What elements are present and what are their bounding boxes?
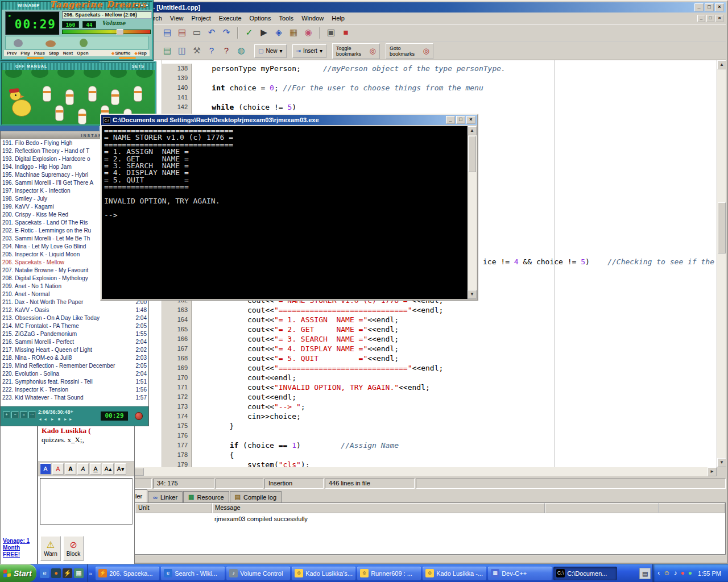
repeat-button[interactable]: ◆Rep: [134, 51, 147, 56]
editor-horizontal-scrollbar[interactable]: ◄ ►: [102, 467, 717, 476]
taskbar-task-7[interactable]: C:\C:\Documen...: [553, 567, 617, 580]
menu-tools[interactable]: Tools: [275, 13, 297, 23]
devcpp-titlebar[interactable]: rjmexam03 - [Untitled1.cpp] _ □ ×: [102, 2, 726, 13]
scroll-right-button[interactable]: ►: [708, 467, 717, 476]
run-icon[interactable]: ▶: [258, 27, 270, 39]
font-size-up-button[interactable]: A▴: [102, 463, 114, 475]
close-button[interactable]: [146, 4, 148, 7]
minimize-button[interactable]: _: [446, 116, 455, 124]
winamp-titlebar[interactable]: WINAMP Tangerine Dreams: [2, 2, 152, 10]
playlist-track[interactable]: 221. Symphonius feat. Rossini - Tell1:51: [1, 378, 148, 386]
taskbar-task-1[interactable]: eSearch - Wiki...: [161, 567, 225, 580]
internet-explorer-icon[interactable]: e: [40, 568, 49, 578]
equalizer-toggle-button[interactable]: [27, 57, 44, 59]
save-icon[interactable]: ▤: [161, 27, 173, 39]
volume-slider-thumb[interactable]: [117, 29, 123, 35]
debug-icon[interactable]: ◉: [302, 27, 315, 39]
show-desktop-icon[interactable]: ▦: [74, 568, 84, 578]
playlist-track[interactable]: 223. Kid Whatever - That Sound1:57: [1, 394, 148, 402]
menu-project[interactable]: Project: [188, 13, 215, 23]
volume-tray-icon[interactable]: ♪: [674, 564, 677, 582]
minimize-button[interactable]: [135, 4, 138, 7]
scroll-up-button[interactable]: ▲: [468, 126, 477, 135]
menu-window[interactable]: Window: [297, 13, 328, 23]
playlist-knob-button[interactable]: [135, 412, 143, 420]
taskbar-task-5[interactable]: ☺Kado Lusikka -...: [423, 567, 486, 580]
hide-icons-chevron[interactable]: ‹: [657, 564, 660, 582]
taskbar-task-0[interactable]: ⚡206. Spaceka...: [96, 567, 159, 580]
shuffle-button[interactable]: ◆Shuffle: [111, 51, 131, 56]
project-report-icon[interactable]: ▤: [161, 45, 173, 57]
scroll-down-button[interactable]: ▼: [468, 290, 477, 299]
webupdate-icon[interactable]: ◍: [235, 45, 247, 57]
scroll-down-button[interactable]: ▼: [717, 458, 726, 467]
italic-button[interactable]: A: [77, 463, 89, 475]
transport-paus-button[interactable]: Paus: [34, 51, 45, 56]
playlist-track[interactable]: 213. Obsession - On A Day Like Today2:04: [1, 314, 148, 322]
transport-prev-button[interactable]: Prev: [7, 51, 16, 56]
taskbar-task-6[interactable]: ▦Dev-C++: [488, 567, 552, 580]
aim-tray-icon[interactable]: ☺: [663, 564, 670, 582]
grid-column-header[interactable]: Message: [212, 503, 545, 513]
message-input[interactable]: [40, 478, 133, 525]
playlist-track[interactable]: 219. Mind Reflection - Remember December…: [1, 362, 148, 370]
close-button[interactable]: ×: [715, 3, 724, 11]
tab-compile-log[interactable]: ▤Compile log: [230, 491, 282, 502]
program-reset-icon[interactable]: ■: [340, 27, 352, 39]
console-client-area[interactable]: ============================= = NAME STO…: [102, 126, 477, 299]
undo-icon[interactable]: ↶: [205, 27, 218, 39]
font-size-down-button[interactable]: A▾: [115, 463, 126, 475]
playlist-track[interactable]: 217. Missing Heart - Queen of Light2:02: [1, 346, 148, 354]
menu-options[interactable]: Options: [246, 13, 275, 23]
rebuild-icon[interactable]: ▦: [287, 27, 300, 39]
playlist-remove-button[interactable]: −: [11, 411, 19, 418]
playlist-select-button[interactable]: ≡: [20, 411, 27, 418]
equalizer-titlebar[interactable]: OFF MANUAL SETS: [2, 63, 155, 70]
font-color-button[interactable]: A: [52, 463, 64, 475]
playlist-track[interactable]: 222. Inspector K - Tension1:56: [1, 386, 148, 394]
playlist-mini-transport[interactable]: ◄◄ ► ■ ►►: [38, 417, 74, 421]
bold-button[interactable]: A: [65, 463, 76, 475]
print-icon[interactable]: ▭: [191, 27, 203, 39]
console-titlebar[interactable]: C:\ C:\Documents and Settings\Rach\Deskt…: [101, 115, 477, 125]
scrollbar-thumb[interactable]: [468, 136, 476, 172]
firefox-icon[interactable]: ●: [51, 568, 61, 578]
goto-bookmarks-button[interactable]: Goto bookmarks ◎: [386, 43, 433, 59]
track-title-marquee[interactable]: 206. Spacekats - Mellow (2:06): [62, 11, 152, 19]
volume-slider[interactable]: [62, 30, 151, 34]
mdi-restore-button[interactable]: □: [706, 15, 714, 22]
playlist-track[interactable]: 218. Nina - ROM-eo & Juli82:03: [1, 354, 148, 362]
save-all-icon[interactable]: ▤: [176, 27, 188, 39]
transport-play-button[interactable]: Play: [20, 51, 30, 56]
network-tray-icon[interactable]: ●: [688, 564, 692, 582]
maximize-button[interactable]: □: [456, 116, 465, 124]
equalizer-presets-label[interactable]: SETS: [132, 63, 144, 70]
compile-icon[interactable]: ✓: [243, 27, 255, 39]
compile-run-icon[interactable]: ◈: [272, 27, 285, 39]
playlist-track[interactable]: 214. MC Frontalot - PA Theme2:05: [1, 322, 148, 330]
grid-column-header[interactable]: Unit: [135, 503, 212, 513]
playlist-toggle-button[interactable]: [119, 57, 136, 59]
mdi-minimize-button[interactable]: _: [697, 15, 705, 22]
vonage-ad-link[interactable]: Vonage: 1 Month FREE!: [3, 538, 30, 558]
new-button[interactable]: ▢ New ▾: [254, 44, 287, 58]
language-bar-icon[interactable]: ▤: [639, 568, 651, 579]
grid-column-header[interactable]: [545, 503, 659, 513]
package-icon[interactable]: ⚒: [191, 45, 203, 57]
editor-vertical-scrollbar[interactable]: ▲ ▼: [717, 60, 726, 467]
scrollbar-thumb[interactable]: [718, 202, 726, 253]
taskbar-task-2[interactable]: ♪Volume Control: [226, 567, 290, 580]
font-bg-color-button[interactable]: A: [40, 463, 51, 475]
toggle-bookmarks-button[interactable]: Toggle bookmarks ◎: [332, 43, 380, 59]
winamp-icon[interactable]: ⚡: [63, 568, 72, 578]
warn-button[interactable]: ⚠ Warn: [40, 536, 61, 561]
transport-next-button[interactable]: Next: [63, 51, 73, 56]
taskbar-task-4[interactable]: ☺Runner609 : ...: [357, 567, 421, 580]
playlist-track[interactable]: 216. Sammi Morelli - Perfect2:04: [1, 338, 148, 346]
tab-resource[interactable]: ▦Resource: [183, 491, 229, 502]
block-button[interactable]: ⊘ Block: [63, 536, 84, 561]
playlist-add-button[interactable]: +: [3, 411, 10, 418]
transport-open-button[interactable]: Open: [77, 51, 88, 56]
profiling-icon[interactable]: ◫: [176, 45, 188, 57]
about-icon[interactable]: ?: [220, 45, 233, 57]
